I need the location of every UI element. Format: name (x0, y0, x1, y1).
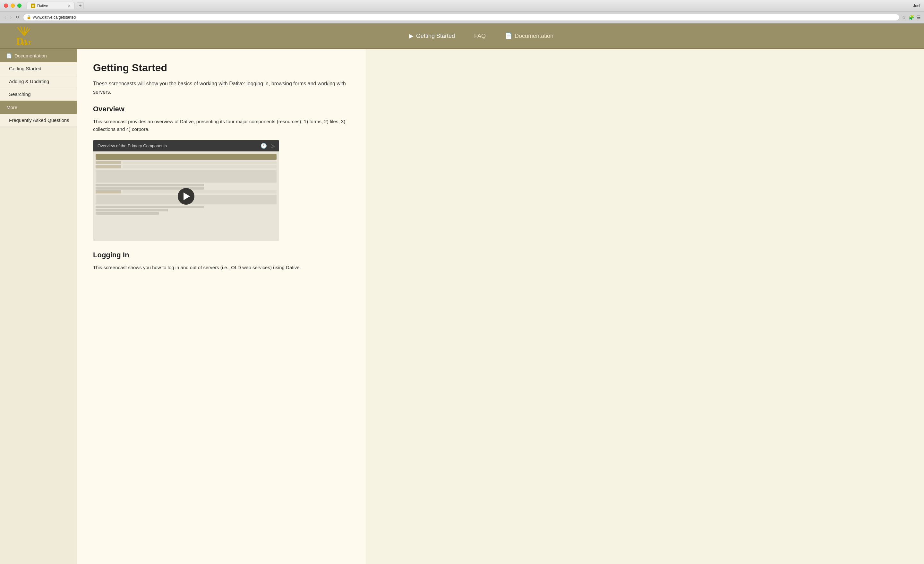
extensions-icon[interactable]: 🧩 (909, 15, 914, 20)
logging-in-title: Logging In (93, 251, 346, 259)
vs-header (96, 154, 276, 160)
traffic-lights (4, 3, 21, 8)
video-share-icon[interactable]: ▷ (271, 143, 274, 149)
sidebar-docs-label: Documentation (14, 53, 47, 58)
video-clock-icon[interactable]: 🕐 (261, 143, 267, 149)
play-button[interactable] (178, 188, 194, 205)
sidebar-item-adding-updating[interactable]: Adding & Updating (0, 75, 76, 88)
video-titlebar: Overview of the Primary Components 🕐 ▷ (93, 140, 279, 152)
site-header: D A T I V E ▶ Getting Started FAQ 📄 Docu… (0, 23, 924, 49)
nav-documentation-label: Documentation (514, 33, 554, 39)
site-nav: ▶ Getting Started FAQ 📄 Documentation (51, 32, 911, 39)
sidebar: 📄 Documentation Getting Started Adding &… (0, 49, 77, 564)
dative-logo[interactable]: D A T I V E (13, 26, 39, 45)
vs-subtext-1 (96, 184, 204, 186)
sidebar-searching-label: Searching (9, 92, 31, 97)
content-area: Getting Started These screencasts will s… (77, 49, 366, 564)
back-button[interactable]: ‹ (3, 14, 8, 21)
window-chrome: D Dative ✕ + Joel ‹ › ↻ 🔒 www.dative.ca/… (0, 0, 924, 23)
nav-buttons: ‹ › ↻ (3, 14, 21, 21)
refresh-button[interactable]: ↻ (14, 14, 21, 21)
video-controls-right: 🕐 ▷ (261, 143, 274, 149)
lock-icon: 🔒 (27, 15, 31, 19)
user-label: Joel (913, 3, 920, 8)
play-triangle-icon (183, 192, 190, 200)
video-title: Overview of the Primary Components (98, 143, 167, 148)
vs-subtext-4 (96, 209, 168, 212)
documentation-icon: 📄 (505, 32, 512, 39)
svg-text:T: T (28, 40, 32, 45)
nav-faq-label: FAQ (474, 33, 486, 39)
nav-faq[interactable]: FAQ (474, 33, 486, 39)
sidebar-more-label: More (6, 105, 17, 110)
title-bar: D Dative ✕ + Joel (0, 0, 924, 12)
toolbar-right: ☆ 🧩 ☰ (902, 15, 921, 20)
tab-favicon: D (31, 3, 35, 8)
bookmark-icon[interactable]: ☆ (902, 15, 906, 20)
sidebar-faq-label: Frequently Asked Questions (9, 117, 69, 123)
logging-in-section: Logging In This screencast shows you how… (93, 251, 346, 272)
sidebar-item-getting-started[interactable]: Getting Started (0, 62, 76, 75)
vs-value-2 (123, 165, 276, 168)
sidebar-section-more: More Frequently Asked Questions (0, 101, 76, 127)
nav-documentation[interactable]: 📄 Documentation (505, 32, 554, 39)
svg-text:I: I (17, 41, 19, 45)
vs-row-2 (96, 165, 276, 168)
vs-label-2 (96, 165, 121, 168)
tab-bar: D Dative ✕ + (27, 3, 84, 9)
minimize-button[interactable] (10, 3, 15, 8)
vs-text-block (96, 170, 276, 183)
doc-header-icon: 📄 (6, 53, 12, 58)
sidebar-adding-label: Adding & Updating (9, 79, 49, 84)
sidebar-more-header[interactable]: More (0, 101, 76, 114)
logo-area: D A T I V E (13, 26, 51, 46)
sidebar-item-faq[interactable]: Frequently Asked Questions (0, 114, 76, 127)
svg-text:E: E (25, 41, 28, 45)
tab-close-button[interactable]: ✕ (68, 4, 70, 8)
close-button[interactable] (4, 3, 8, 8)
vs-subtext-5 (96, 212, 159, 214)
sidebar-docs-header[interactable]: 📄 Documentation (0, 49, 76, 62)
overview-text: This screencast provides an overview of … (93, 118, 346, 133)
menu-icon[interactable]: ☰ (916, 15, 921, 20)
address-bar: ‹ › ↻ 🔒 www.dative.ca/getstarted ☆ 🧩 ☰ (0, 12, 924, 23)
maximize-button[interactable] (17, 3, 21, 8)
sidebar-getting-started-label: Getting Started (9, 66, 41, 71)
forward-button[interactable]: › (9, 14, 13, 21)
tab-title: Dative (37, 3, 48, 8)
intro-text: These screencasts will show you the basi… (93, 80, 346, 96)
vs-subtext-3 (96, 206, 204, 208)
sidebar-item-searching[interactable]: Searching (0, 88, 76, 101)
svg-line-1 (21, 26, 24, 35)
main-layout: 📄 Documentation Getting Started Adding &… (0, 49, 924, 564)
nav-getting-started[interactable]: ▶ Getting Started (409, 32, 455, 39)
url-text: www.dative.ca/getstarted (33, 15, 76, 20)
new-tab-button[interactable]: + (76, 2, 84, 9)
page-title: Getting Started (93, 62, 346, 74)
vs-value-3 (123, 190, 276, 194)
browser-tab[interactable]: D Dative ✕ (27, 2, 75, 9)
video-container: Overview of the Primary Components 🕐 ▷ (93, 140, 279, 241)
getting-started-icon: ▶ (409, 32, 414, 39)
svg-line-0 (17, 27, 24, 36)
overview-title: Overview (93, 105, 346, 113)
vs-label-1 (96, 161, 121, 164)
vs-value-1 (123, 161, 276, 164)
logging-in-text: This screencast shows you how to log in … (93, 264, 346, 272)
vs-row-1 (96, 161, 276, 164)
url-bar[interactable]: 🔒 www.dative.ca/getstarted (23, 14, 899, 21)
sidebar-section-docs: 📄 Documentation Getting Started Adding &… (0, 49, 76, 101)
nav-getting-started-label: Getting Started (416, 33, 455, 39)
vs-label-3 (96, 190, 121, 194)
video-content[interactable] (93, 152, 279, 241)
